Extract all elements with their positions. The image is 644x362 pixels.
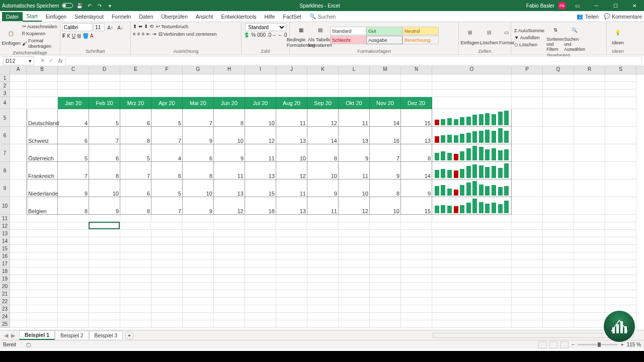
cell-E5[interactable]: 6 (120, 109, 151, 127)
cell-K24[interactable] (307, 313, 339, 320)
cell-S11[interactable] (605, 215, 636, 222)
cell-I18[interactable] (245, 267, 276, 275)
cell-C9[interactable]: 9 (58, 179, 89, 197)
cell-L20[interactable] (339, 283, 370, 290)
cell-F1[interactable] (151, 74, 183, 82)
cell-P6[interactable] (512, 127, 543, 144)
cell-I2[interactable] (245, 82, 276, 89)
row-header-11[interactable]: 11 (0, 215, 10, 222)
cell-A9[interactable] (10, 179, 27, 197)
cell-K7[interactable]: 8 (307, 144, 339, 162)
cell-I17[interactable] (245, 260, 276, 267)
style-calc[interactable]: Berechnung (403, 36, 439, 44)
cell-N21[interactable] (401, 290, 432, 298)
cell-F5[interactable]: 5 (151, 109, 183, 127)
inc-decimal-icon[interactable]: .0→ (267, 32, 276, 38)
cell-G25[interactable] (183, 320, 214, 328)
cell-I24[interactable] (245, 313, 276, 320)
col-header-G[interactable]: G (183, 66, 214, 74)
align-top-icon[interactable]: ⬆ (133, 24, 137, 29)
font-color-button[interactable]: A (90, 33, 94, 39)
cell-R11[interactable] (574, 215, 605, 222)
cell-M2[interactable] (370, 82, 401, 89)
cell-G13[interactable] (183, 230, 214, 237)
cell-J6[interactable]: 13 (276, 127, 307, 144)
cell-F21[interactable] (151, 290, 183, 298)
cell-I7[interactable]: 11 (245, 144, 276, 162)
cell-J11[interactable] (276, 215, 307, 222)
cell-S17[interactable] (605, 260, 636, 267)
view-pagebreak-button[interactable] (560, 341, 569, 348)
cell-N16[interactable] (401, 252, 432, 260)
cell-A19[interactable] (10, 275, 27, 283)
row-header-20[interactable]: 20 (0, 283, 10, 290)
cell-K9[interactable]: 9 (307, 179, 339, 197)
cell-A23[interactable] (10, 305, 27, 313)
cell-G17[interactable] (183, 260, 214, 267)
cell-P14[interactable] (512, 237, 543, 245)
tab-start[interactable]: Start (23, 12, 42, 22)
cell-Q9[interactable] (543, 179, 574, 197)
comma-icon[interactable]: 000 (257, 32, 266, 38)
sheet-tab-3[interactable]: Beispiel 3 (89, 331, 123, 339)
cell-E13[interactable] (120, 230, 151, 237)
cell-E23[interactable] (120, 305, 151, 313)
cell-Q12[interactable] (542, 222, 574, 230)
cell-D4[interactable]: Feb 20 (89, 97, 120, 109)
cell-Q21[interactable] (543, 290, 574, 298)
cell-N1[interactable] (401, 74, 432, 82)
cell-O18[interactable] (432, 267, 512, 275)
share-button[interactable]: 👥 Teilen (577, 13, 598, 20)
redo-icon[interactable]: ↷ (96, 2, 103, 9)
cell-L2[interactable] (339, 82, 370, 89)
cell-C4[interactable]: Jan 20 (58, 97, 89, 109)
cell-I22[interactable] (245, 298, 276, 305)
cell-M1[interactable] (370, 74, 401, 82)
cell-Q7[interactable] (543, 144, 574, 162)
cell-E9[interactable]: 6 (120, 179, 151, 197)
cell-E15[interactable] (120, 245, 151, 252)
cell-S21[interactable] (605, 290, 636, 298)
cell-B23[interactable] (27, 305, 58, 313)
cell-H13[interactable] (214, 230, 245, 237)
cell-L19[interactable] (339, 275, 370, 283)
cell-G9[interactable]: 10 (183, 179, 214, 197)
cell-N7[interactable]: 8 (401, 144, 432, 162)
cell-A8[interactable] (10, 162, 27, 179)
cell-O22[interactable] (432, 298, 512, 305)
cell-J4[interactable]: Aug 20 (276, 97, 307, 109)
cell-R18[interactable] (574, 267, 605, 275)
cell-Q17[interactable] (543, 260, 574, 267)
cell-A1[interactable] (10, 74, 27, 82)
cell-H15[interactable] (214, 245, 245, 252)
cell-H14[interactable] (214, 237, 245, 245)
cell-O17[interactable] (432, 260, 512, 267)
cell-R21[interactable] (574, 290, 605, 298)
view-normal-button[interactable] (538, 341, 546, 348)
cell-B4[interactable] (27, 97, 58, 109)
col-header-R[interactable]: R (574, 66, 605, 74)
cell-H2[interactable] (214, 82, 245, 89)
col-header-H[interactable]: H (214, 66, 245, 74)
cell-I1[interactable] (245, 74, 276, 82)
italic-button[interactable]: K (67, 33, 70, 39)
delete-cells-button[interactable]: ⊟Löschen (480, 26, 498, 45)
cell-Q11[interactable] (543, 215, 574, 222)
cell-M23[interactable] (370, 305, 401, 313)
cell-N13[interactable] (401, 230, 432, 237)
cell-I19[interactable] (245, 275, 276, 283)
cell-D15[interactable] (89, 245, 120, 252)
cell-K1[interactable] (307, 74, 339, 82)
cell-P9[interactable] (512, 179, 543, 197)
cell-L15[interactable] (339, 245, 370, 252)
undo-icon[interactable]: ↶ (86, 2, 93, 9)
cell-C15[interactable] (58, 245, 89, 252)
format-painter-button[interactable]: 🖌Format übertragen (21, 37, 58, 49)
cell-D21[interactable] (89, 290, 120, 298)
cell-Q10[interactable] (543, 197, 574, 215)
cell-S6[interactable] (605, 127, 636, 144)
cell-K22[interactable] (307, 298, 339, 305)
cell-G7[interactable]: 6 (183, 144, 214, 162)
cell-D14[interactable] (89, 237, 120, 245)
cell-C18[interactable] (58, 267, 89, 275)
